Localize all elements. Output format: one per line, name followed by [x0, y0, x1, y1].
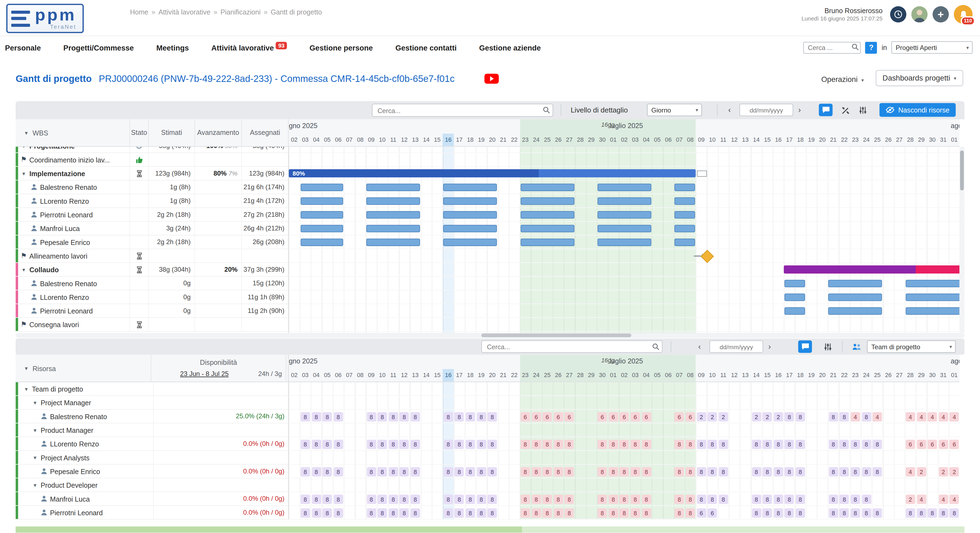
allocation-cell[interactable]: 8 — [840, 467, 849, 476]
allocation-cell[interactable]: 8 — [444, 467, 453, 476]
task-bar[interactable] — [444, 239, 497, 246]
availability-range-link[interactable]: 23 Jun - 8 Jul 25 — [151, 370, 258, 377]
tree-expander-icon[interactable]: ▾ — [21, 170, 27, 176]
allocation-cell[interactable]: 6 — [531, 412, 541, 421]
allocation-cell[interactable]: 8 — [410, 412, 420, 421]
allocation-cell[interactable]: 8 — [862, 494, 871, 503]
allocation-cell[interactable]: 8 — [323, 508, 332, 517]
task-bar[interactable] — [597, 211, 651, 219]
allocation-cell[interactable]: 8 — [466, 439, 475, 449]
allocation-cell[interactable]: 8 — [388, 439, 398, 449]
allocation-cell[interactable]: 8 — [784, 439, 794, 449]
summary-task-bar[interactable] — [784, 265, 959, 274]
allocation-cell[interactable]: 8 — [862, 412, 871, 421]
operations-menu[interactable]: Operazioni▾ — [821, 75, 864, 84]
task-bar[interactable] — [784, 280, 805, 287]
allocation-cell[interactable]: 8 — [410, 467, 420, 476]
allocation-cell[interactable]: 2 — [939, 467, 948, 476]
allocation-cell[interactable]: 8 — [466, 467, 475, 476]
allocation-cell[interactable]: 8 — [697, 467, 706, 476]
allocation-cell[interactable]: 6 — [631, 412, 640, 421]
milestone-diamond[interactable] — [701, 250, 714, 263]
allocation-cell[interactable]: 8 — [444, 439, 453, 449]
resource-row[interactable]: LLorento Renzo0.0% (0h / 0g) — [16, 437, 288, 451]
allocation-cell[interactable]: 8 — [939, 508, 948, 517]
tools-button[interactable] — [838, 104, 852, 116]
allocation-cell[interactable]: 6 — [554, 412, 563, 421]
task-bar[interactable] — [366, 184, 420, 191]
task-bar[interactable] — [520, 197, 574, 205]
allocation-cell[interactable]: 8 — [642, 508, 651, 517]
allocation-cell[interactable]: 8 — [840, 439, 849, 449]
breadcrumb-item[interactable]: Home — [130, 8, 148, 16]
clock-button[interactable] — [890, 6, 906, 22]
allocation-cell[interactable]: 8 — [906, 508, 915, 517]
allocation-cell[interactable]: 4 — [906, 412, 915, 421]
resource-row[interactable]: ▾Project Manager — [16, 396, 288, 409]
allocation-cell[interactable]: 8 — [719, 439, 728, 449]
wbs-row[interactable]: Pepesale Enrico2g 2h (18h)26g (208h) — [16, 235, 288, 249]
detail-level-select[interactable]: Giorno ▾ — [647, 104, 702, 116]
allocation-cell[interactable]: 6 — [619, 412, 629, 421]
date-next-button[interactable]: › — [798, 104, 801, 116]
resource-row[interactable]: Manfroi Luca0.0% (0h / 0g) — [16, 492, 288, 506]
allocation-cell[interactable]: 8 — [675, 439, 684, 449]
youtube-help-icon[interactable] — [485, 74, 499, 84]
allocation-cell[interactable]: 8 — [388, 412, 398, 421]
settings-button[interactable] — [856, 104, 869, 116]
nav-item-gestione-aziende[interactable]: Gestione aziende — [479, 43, 541, 52]
allocation-cell[interactable]: 6 — [916, 439, 926, 449]
allocation-cell[interactable]: 6 — [520, 412, 530, 421]
allocation-cell[interactable]: 8 — [631, 467, 640, 476]
allocation-cell[interactable]: 8 — [399, 412, 409, 421]
allocation-cell[interactable]: 8 — [751, 508, 761, 517]
nav-item-personale[interactable]: Personale — [5, 43, 41, 52]
task-bar[interactable] — [444, 225, 497, 232]
allocation-cell[interactable]: 8 — [531, 508, 541, 517]
tree-expander-icon[interactable]: ▾ — [32, 482, 38, 488]
allocation-cell[interactable]: 8 — [543, 467, 552, 476]
allocation-cell[interactable]: 8 — [873, 467, 882, 476]
allocation-cell[interactable]: 8 — [334, 467, 343, 476]
allocation-cell[interactable]: 8 — [598, 508, 607, 517]
allocation-cell[interactable]: 6 — [906, 439, 915, 449]
scrollbar-thumb[interactable] — [960, 151, 964, 190]
comments-button[interactable] — [798, 341, 812, 353]
nav-item-progetti-commesse[interactable]: Progetti/Commesse — [64, 43, 134, 52]
column-header-risorsa[interactable]: ▾ Risorsa — [18, 355, 151, 381]
allocation-cell[interactable]: 8 — [466, 508, 475, 517]
allocation-cell[interactable]: 2 — [697, 412, 706, 421]
task-bar[interactable] — [828, 280, 882, 287]
allocation-cell[interactable]: 6 — [686, 412, 695, 421]
task-bar[interactable] — [597, 184, 651, 191]
allocation-cell[interactable]: 8 — [840, 508, 849, 517]
allocation-cell[interactable]: 8 — [455, 494, 464, 503]
allocation-cell[interactable]: 8 — [609, 508, 618, 517]
allocation-cell[interactable]: 4 — [906, 467, 915, 476]
task-bar[interactable] — [520, 184, 574, 191]
allocation-cell[interactable]: 8 — [554, 508, 563, 517]
allocation-cell[interactable]: 8 — [565, 439, 574, 449]
allocation-cell[interactable]: 8 — [916, 508, 926, 517]
allocation-cell[interactable]: 8 — [686, 508, 695, 517]
allocation-cell[interactable]: 8 — [399, 439, 409, 449]
allocation-cell[interactable]: 8 — [399, 467, 409, 476]
allocation-cell[interactable]: 8 — [455, 508, 464, 517]
allocation-cell[interactable]: 6 — [642, 412, 651, 421]
allocation-cell[interactable]: 4 — [851, 412, 860, 421]
allocation-cell[interactable]: 8 — [466, 494, 475, 503]
allocation-cell[interactable]: 8 — [763, 467, 772, 476]
nav-item-meetings[interactable]: Meetings — [156, 43, 189, 52]
allocation-cell[interactable]: 2 — [916, 467, 926, 476]
allocation-cell[interactable]: 8 — [378, 508, 387, 517]
allocation-cell[interactable]: 8 — [378, 412, 387, 421]
team-button[interactable] — [850, 341, 863, 353]
allocation-cell[interactable]: 8 — [388, 508, 398, 517]
allocation-cell[interactable]: 8 — [751, 439, 761, 449]
allocation-cell[interactable]: 8 — [488, 412, 497, 421]
resource-row[interactable]: ▾Project Analysts — [16, 451, 288, 465]
allocation-cell[interactable]: 8 — [675, 467, 684, 476]
allocation-cell[interactable]: 8 — [488, 508, 497, 517]
tree-expander-icon[interactable]: ▾ — [21, 266, 27, 273]
allocation-cell[interactable]: 8 — [323, 494, 332, 503]
